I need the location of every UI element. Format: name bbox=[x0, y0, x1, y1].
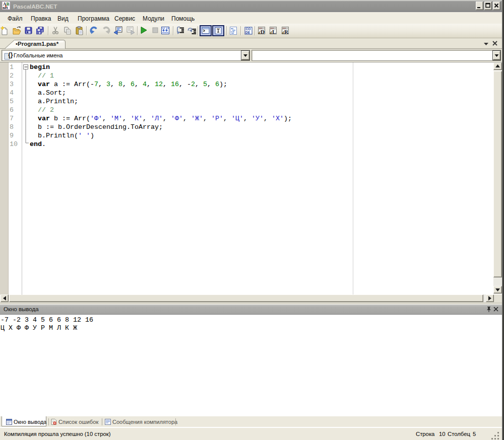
svg-text:DE: DE bbox=[245, 31, 250, 34]
svg-text:R: R bbox=[284, 29, 289, 35]
svg-text:D: D bbox=[261, 29, 265, 35]
svg-text:CO: CO bbox=[246, 27, 251, 31]
svg-text:L: L bbox=[272, 29, 276, 35]
